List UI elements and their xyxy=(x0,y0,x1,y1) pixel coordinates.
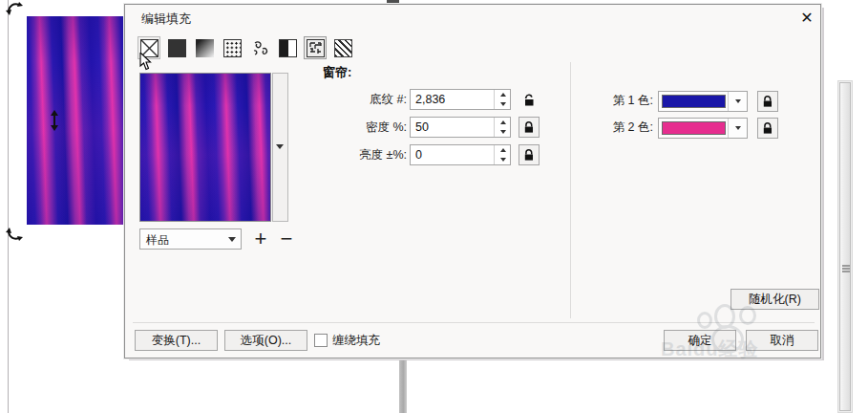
lock-icon xyxy=(522,120,536,134)
page-border-line xyxy=(8,0,9,413)
randomize-button[interactable]: 随机化(R) xyxy=(730,289,819,310)
lock-icon xyxy=(761,95,774,108)
skew-handle-vertical[interactable] xyxy=(50,110,59,131)
density-lock-toggle[interactable] xyxy=(519,117,540,138)
fill-type-bitmap-pattern-button[interactable] xyxy=(248,36,271,59)
chevron-down-icon xyxy=(728,119,747,138)
fill-type-vector-pattern-button[interactable] xyxy=(221,36,243,59)
spin-down-button[interactable] xyxy=(495,127,511,137)
spin-up-button[interactable] xyxy=(495,90,511,99)
brightness-input[interactable] xyxy=(411,145,493,164)
rotate-handle-top-left[interactable] xyxy=(6,2,23,17)
bitmap-pattern-icon xyxy=(251,39,269,57)
brightness-spinner xyxy=(494,145,510,164)
chevron-down-icon xyxy=(276,144,284,149)
two-color-pattern-icon xyxy=(279,39,297,57)
wrap-fill-checkbox[interactable] xyxy=(314,334,328,347)
color1-lock-toggle[interactable] xyxy=(757,91,778,112)
color2-lock-toggle[interactable] xyxy=(757,118,778,139)
vector-pattern-icon xyxy=(223,39,242,57)
triangle-down-icon xyxy=(500,102,506,106)
chevron-down-icon xyxy=(228,237,236,242)
chevron-down-icon xyxy=(728,92,747,111)
close-icon[interactable]: ✕ xyxy=(795,8,818,29)
spin-up-button[interactable] xyxy=(495,118,511,127)
uniform-fill-icon xyxy=(168,39,186,57)
spin-down-button[interactable] xyxy=(495,99,511,109)
footer-divider xyxy=(133,322,815,323)
lock-icon xyxy=(761,121,774,135)
scrollbar-grip xyxy=(842,265,850,267)
texture-number-input[interactable] xyxy=(411,90,493,109)
color2-swatch xyxy=(662,121,726,135)
sample-library-select[interactable]: 样品 xyxy=(139,228,242,250)
density-spinner xyxy=(494,118,510,137)
mouse-cursor xyxy=(139,53,153,75)
density-label: 密度 %: xyxy=(302,117,407,138)
canvas-object-texture-fill[interactable] xyxy=(27,16,125,225)
options-button[interactable]: 选项(O)... xyxy=(224,330,307,351)
dialog-title: 编辑填充 xyxy=(141,11,191,28)
brightness-field xyxy=(410,144,511,165)
triangle-up-icon xyxy=(500,93,506,97)
wrap-fill-label: 缠绕填充 xyxy=(332,333,380,349)
lock-icon xyxy=(522,148,536,162)
color2-label: 第 2 色: xyxy=(562,118,653,138)
triangle-down-icon xyxy=(500,130,506,134)
fill-type-texture-button[interactable] xyxy=(304,36,327,59)
background-window-fragment xyxy=(387,0,399,3)
vertical-scrollbar[interactable] xyxy=(837,80,853,413)
triangle-up-icon xyxy=(500,148,506,152)
triangle-up-icon xyxy=(500,120,506,124)
fill-type-two-color-button[interactable] xyxy=(276,36,299,59)
texture-number-field xyxy=(410,89,511,110)
color1-label: 第 1 色: xyxy=(562,91,653,111)
density-input[interactable] xyxy=(411,118,493,137)
add-sample-button[interactable]: + xyxy=(249,228,272,250)
texture-preview xyxy=(139,73,271,222)
postscript-fill-icon xyxy=(334,39,352,57)
scrollbar-thumb[interactable] xyxy=(839,82,851,411)
remove-sample-button[interactable]: − xyxy=(275,228,298,250)
density-field xyxy=(410,117,511,138)
background-scrollbar-fragment xyxy=(399,359,407,413)
triangle-down-icon xyxy=(500,158,506,162)
ok-button[interactable]: 确定 xyxy=(664,330,736,351)
fill-type-uniform-button[interactable] xyxy=(165,36,188,59)
texture-fill-icon xyxy=(307,39,325,57)
texture-number-spinner xyxy=(494,90,510,109)
edit-fill-dialog: 编辑填充 ✕ xyxy=(124,4,821,359)
brightness-lock-toggle[interactable] xyxy=(519,144,540,165)
unlock-icon xyxy=(522,93,537,107)
rotate-handle-bottom-left[interactable] xyxy=(6,226,23,241)
color2-picker-button[interactable] xyxy=(658,118,748,139)
texture-picker-dropdown[interactable] xyxy=(272,73,288,222)
color1-picker-button[interactable] xyxy=(658,91,748,112)
spin-down-button[interactable] xyxy=(495,155,511,164)
texture-number-unlock-toggle[interactable] xyxy=(519,89,540,110)
transform-button[interactable]: 变换(T)... xyxy=(135,330,218,351)
fill-type-postscript-button[interactable] xyxy=(331,36,354,59)
texture-number-label: 底纹 #: xyxy=(302,89,407,110)
fill-type-fountain-button[interactable] xyxy=(193,36,216,59)
spin-up-button[interactable] xyxy=(495,145,511,155)
sample-library-value: 样品 xyxy=(146,233,169,247)
texture-name-label: 窗帘: xyxy=(323,64,351,81)
brightness-label: 亮度 ±%: xyxy=(302,144,407,165)
cancel-button[interactable]: 取消 xyxy=(746,330,818,351)
color1-swatch xyxy=(662,95,726,108)
fountain-fill-icon xyxy=(196,39,214,57)
